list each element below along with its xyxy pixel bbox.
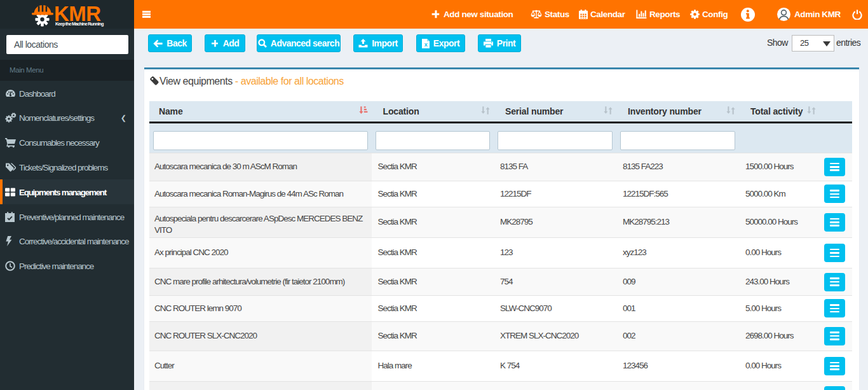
svg-text:x: x bbox=[424, 41, 428, 47]
svg-text:Keep the Machine Running: Keep the Machine Running bbox=[55, 21, 104, 27]
